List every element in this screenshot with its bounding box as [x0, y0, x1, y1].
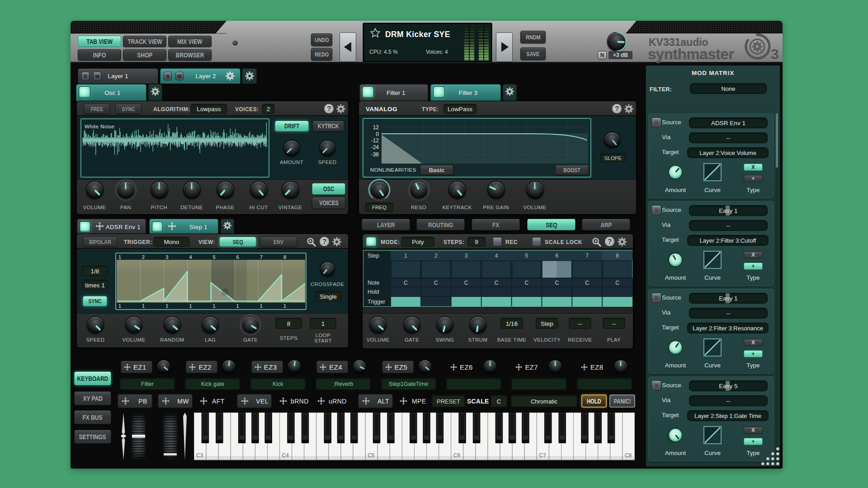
svg-text:C6: C6 — [453, 452, 461, 459]
svg-text:C: C — [585, 280, 589, 286]
svg-text:C: C — [555, 280, 559, 286]
svg-text:C: C — [434, 280, 438, 286]
svg-text:1: 1 — [283, 303, 286, 309]
svg-text:C7: C7 — [539, 452, 546, 459]
svg-text:-24: -24 — [371, 144, 379, 150]
svg-text:6: 6 — [555, 253, 558, 259]
svg-text:1: 1 — [142, 303, 145, 309]
svg-text:12: 12 — [373, 124, 379, 131]
svg-text:C: C — [464, 280, 468, 286]
svg-text:Note: Note — [368, 280, 379, 286]
svg-text:1: 1 — [118, 254, 121, 260]
svg-text:1: 1 — [260, 303, 263, 309]
svg-text:5: 5 — [525, 253, 528, 259]
svg-text:1: 1 — [213, 303, 216, 309]
svg-text:Hold: Hold — [368, 289, 379, 295]
svg-text:1: 1 — [189, 303, 192, 309]
svg-text:8: 8 — [616, 253, 619, 259]
svg-text:C3: C3 — [196, 452, 203, 459]
svg-text:1: 1 — [404, 253, 407, 259]
svg-text:C8: C8 — [625, 452, 632, 459]
svg-text:2: 2 — [142, 254, 145, 260]
svg-text:2: 2 — [434, 253, 438, 259]
svg-text:0: 0 — [376, 131, 379, 137]
svg-text:1: 1 — [118, 303, 121, 309]
svg-text:1: 1 — [236, 303, 239, 309]
svg-text:5: 5 — [213, 254, 216, 260]
svg-text:C5: C5 — [368, 452, 375, 459]
svg-text:C: C — [495, 280, 499, 286]
svg-text:Trigger: Trigger — [368, 299, 385, 305]
svg-text:7: 7 — [585, 253, 589, 259]
svg-text:7: 7 — [260, 254, 263, 260]
svg-text:4: 4 — [189, 254, 192, 260]
svg-text:-36: -36 — [371, 151, 379, 158]
svg-text:8: 8 — [283, 254, 286, 260]
svg-text:3: 3 — [165, 254, 168, 260]
svg-text:Step: Step — [368, 253, 379, 259]
svg-text:-12: -12 — [371, 137, 379, 144]
svg-text:1: 1 — [165, 303, 168, 309]
svg-text:C: C — [615, 280, 619, 286]
svg-text:4: 4 — [495, 253, 498, 259]
svg-text:C: C — [525, 280, 529, 286]
svg-text:C: C — [404, 280, 408, 286]
svg-text:C4: C4 — [282, 452, 289, 459]
svg-text:6: 6 — [236, 254, 239, 260]
svg-text:3: 3 — [465, 253, 468, 259]
